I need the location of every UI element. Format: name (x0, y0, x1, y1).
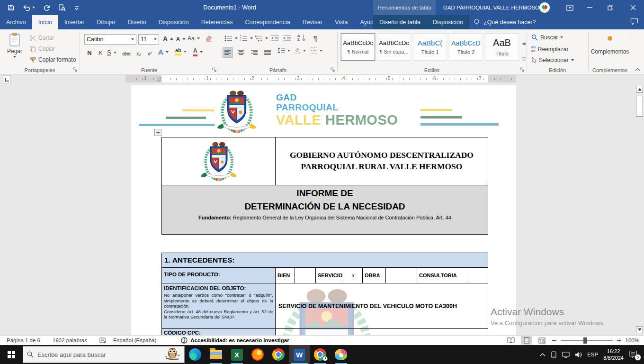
font-family-dropdown-icon[interactable] (131, 38, 134, 40)
align-right-button[interactable] (249, 47, 259, 58)
page-indicator[interactable]: Página 1 de 6 (7, 337, 40, 343)
addins-button-label[interactable]: Complementos (588, 48, 632, 55)
tab-insertar[interactable]: Insertar (58, 15, 90, 29)
customize-qat-button[interactable] (74, 5, 80, 10)
vertical-scrollbar[interactable] (635, 84, 644, 335)
tab-diseno-de-tabla[interactable]: Diseño de tabla (373, 15, 427, 29)
language-indicator[interactable]: Español (España) (113, 337, 156, 343)
notification-center-button[interactable]: 2 (629, 350, 638, 359)
italic-button[interactable]: K (95, 47, 106, 58)
underline-dropdown-icon[interactable] (114, 52, 116, 54)
taskbar-paint-app-icon[interactable] (331, 345, 351, 364)
copy-button[interactable]: Copiar (29, 46, 55, 52)
scroll-down-button[interactable] (636, 326, 643, 333)
line-spacing-button[interactable] (277, 47, 290, 54)
superscript-button[interactable]: x² (144, 48, 155, 59)
font-size-combo[interactable]: 11 (138, 34, 159, 45)
taskbar-search-box[interactable] (23, 346, 185, 363)
sort-button[interactable]: AZ (297, 34, 305, 41)
style-titulo[interactable]: AaBTítulo (485, 33, 519, 61)
read-mode-button[interactable] (505, 336, 517, 345)
objeto-value[interactable]: SERVICIO DE MANTENIMIENTO DEL VEHICULO M… (276, 283, 488, 328)
grow-font-button[interactable]: A (163, 35, 173, 43)
multilevel-list-button[interactable] (255, 35, 268, 42)
styles-scroll-up-icon[interactable] (522, 34, 526, 43)
tab-correspondencia[interactable]: Correspondencia (239, 15, 296, 29)
shrink-font-button[interactable]: A (176, 36, 186, 42)
strikethrough-button[interactable]: abc (121, 48, 132, 59)
tab-disposicion-tabla[interactable]: Disposición (427, 15, 469, 29)
phone-link-icon[interactable] (551, 351, 557, 358)
start-button[interactable] (0, 345, 23, 364)
font-color-button[interactable]: A (193, 47, 203, 56)
option-obra-mark[interactable] (386, 268, 417, 283)
tab-diseno[interactable]: Diseño (122, 15, 152, 29)
print-preview-button[interactable] (58, 4, 66, 11)
account-name[interactable]: GAD PARROQUIAL VALLE HERMOSO (443, 0, 539, 15)
style-sin-espaciado[interactable]: AaBbCcDc¶ Sin espa... (377, 33, 411, 61)
clear-formatting-button[interactable] (205, 34, 213, 42)
text-effects-dropdown-icon[interactable] (166, 51, 169, 53)
paste-dropdown-icon[interactable] (13, 56, 16, 58)
align-center-button[interactable] (236, 47, 246, 58)
print-layout-button[interactable] (521, 336, 532, 345)
tab-dibujar[interactable]: Dibujar (90, 15, 122, 29)
zoom-out-button[interactable] (552, 340, 556, 341)
underline-button[interactable]: S (107, 49, 116, 56)
option-consultoria-mark[interactable] (469, 268, 488, 283)
styles-gallery-more-icon[interactable] (522, 57, 526, 61)
hidden-icons-chevron[interactable] (540, 353, 546, 356)
undo-button[interactable] (22, 4, 35, 11)
styles-scroll-down-icon[interactable] (522, 46, 526, 54)
change-case-button[interactable]: Aa (188, 35, 200, 42)
line-spacing-dropdown-icon[interactable] (287, 50, 290, 52)
zoom-slider[interactable] (561, 340, 613, 341)
network-icon[interactable] (562, 352, 570, 358)
borders-button[interactable] (311, 47, 322, 54)
show-marks-button[interactable]: ¶ (313, 34, 317, 42)
option-servicio-mark[interactable]: x (344, 268, 363, 283)
select-button[interactable]: Seleccionar (531, 57, 574, 64)
word-count[interactable]: 1932 palabras (53, 337, 87, 343)
numbering-button[interactable] (240, 35, 253, 42)
zoom-in-button[interactable] (617, 338, 621, 343)
align-left-button[interactable] (223, 47, 233, 58)
horizontal-ruler[interactable]: 1 1 2 3 4 5 6 7 (125, 75, 516, 82)
taskbar-firefox-icon[interactable] (247, 345, 268, 364)
redo-button[interactable] (43, 4, 50, 11)
tab-disposicion[interactable]: Disposición (152, 15, 195, 29)
tab-revisar[interactable]: Revisar (296, 15, 329, 29)
taskbar-clock[interactable]: 16:22 8/8/2024 (603, 348, 624, 362)
font-size-dropdown-icon[interactable] (154, 38, 157, 40)
tab-stop-selector[interactable] (3, 75, 11, 83)
tab-inicio[interactable]: Inicio (32, 15, 58, 29)
parrafo-dialog-launcher-icon[interactable] (331, 67, 335, 72)
account-avatar[interactable] (539, 2, 550, 13)
estilos-dialog-launcher-icon[interactable] (520, 67, 525, 72)
justify-button[interactable] (262, 47, 273, 58)
keyboard-language[interactable]: ESP (587, 352, 598, 357)
taskbar-excel-icon[interactable]: X (226, 345, 247, 364)
fuente-dialog-launcher-icon[interactable] (212, 67, 217, 72)
taskbar-word-icon[interactable]: W (289, 345, 310, 364)
shading-dropdown-icon[interactable] (303, 50, 306, 52)
taskbar-edge-icon[interactable] (185, 345, 206, 364)
option-bien-mark[interactable] (295, 268, 316, 283)
table-move-handle[interactable]: ✛ (154, 129, 161, 136)
comments-icon[interactable] (630, 18, 638, 25)
bullets-button[interactable] (224, 35, 238, 42)
style-normal[interactable]: AaBbCcDc¶ Normal (341, 33, 375, 61)
scroll-up-button[interactable] (636, 86, 643, 93)
codigo-cpc-value[interactable] (276, 329, 488, 335)
highlight-color-button[interactable]: ab (175, 47, 187, 55)
cut-button[interactable]: Cortar (29, 35, 54, 41)
text-effects-button[interactable]: A (158, 48, 169, 56)
multilevel-dropdown-icon[interactable] (265, 37, 268, 39)
taskbar-file-explorer-icon[interactable] (206, 345, 226, 364)
paste-button[interactable]: Pegar (4, 32, 26, 58)
search-input[interactable] (37, 351, 161, 358)
volume-icon[interactable] (575, 352, 582, 358)
portapapeles-dialog-launcher-icon[interactable] (73, 67, 78, 72)
font-color-dropdown-icon[interactable] (200, 51, 203, 53)
zoom-level[interactable]: 100% (626, 337, 639, 343)
